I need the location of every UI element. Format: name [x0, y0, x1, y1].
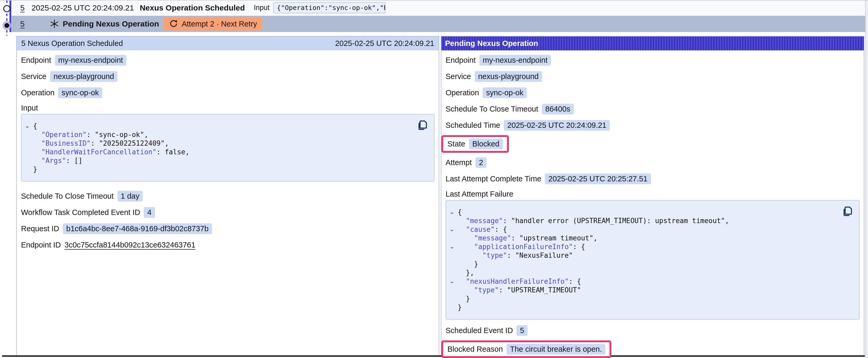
- field-value-endpoint-id[interactable]: 3c0c75ccfa8144b092c13ce632463761: [65, 241, 195, 249]
- event-id-link[interactable]: 5: [20, 3, 25, 12]
- field-row-attempt: Attempt2: [445, 154, 860, 171]
- field-row-state: StateBlocked: [445, 133, 860, 154]
- code-line: "message": "upstream timeout",: [446, 234, 854, 242]
- field-row-schedule-to-close-timeout: Schedule To Close Timeout86400s: [445, 101, 860, 117]
- event-row-pending-nexus-operation[interactable]: 5 Pending Nexus Operation Attempt 2 · Ne…: [11, 16, 865, 32]
- code-line: "HandlerWaitForCancellation": false,: [22, 148, 429, 156]
- json-key: "applicationFailureInfo": [458, 243, 573, 251]
- attempt-retry-badge: Attempt 2 · Next Retry: [164, 17, 262, 30]
- field-value-scheduled-event-id: 5: [517, 325, 528, 336]
- field-label-operation: Operation: [445, 89, 479, 97]
- code-line: },: [446, 268, 854, 277]
- event-marker-open-circle: [4, 5, 10, 12]
- field-label-workflow-task-completed-event-id: Workflow Task Completed Event ID: [21, 208, 140, 217]
- json-text: : []: [66, 157, 83, 165]
- retry-icon: [169, 20, 178, 28]
- field-label-service: Service: [21, 72, 46, 81]
- collapse-caret-icon[interactable]: ⌄: [449, 207, 455, 216]
- json-key: "nexusHandlerFailureInfo": [458, 278, 569, 285]
- code-line: "message": "handler error (UPSTREAM_TIME…: [446, 217, 854, 225]
- json-key: "HandlerWaitForCancellation": [33, 148, 157, 156]
- field-value-attempt: 2: [475, 157, 487, 168]
- code-line: "Args": []: [22, 156, 429, 165]
- json-key: "cause": [458, 225, 495, 233]
- event-title: Nexus Operation Scheduled: [140, 3, 245, 12]
- event-timeline: [0, 1, 16, 37]
- field-label-service: Service: [445, 72, 471, 81]
- code-line: "Operation": "sync-op-ok",: [22, 130, 429, 139]
- field-label-blocked-reason: Blocked Reason: [447, 345, 503, 354]
- field-label-endpoint: Endpoint: [21, 56, 51, 65]
- json-text: : {: [569, 278, 581, 285]
- code-line: "type": "NexusFailure": [446, 251, 854, 260]
- field-row-service: Servicenexus-playground: [445, 68, 860, 85]
- temporal-event-history-screen: 5 2025-02-25 UTC 20:24:09.21 Nexus Opera…: [0, 0, 868, 358]
- code-line: ⌄{: [22, 122, 429, 130]
- input-json-block: ⌄{ "Operation": "sync-op-ok", "BusinessI…: [21, 114, 435, 182]
- field-row-operation: Operationsync-op-ok: [445, 85, 860, 101]
- field-label-endpoint-id: Endpoint ID: [21, 241, 61, 249]
- json-text: : {: [573, 243, 585, 251]
- pending-operation-icon: [50, 19, 59, 29]
- field-row-blocked-reason: Blocked ReasonThe circuit breaker is ope…: [445, 338, 860, 358]
- json-key: "BusinessID": [33, 139, 91, 147]
- field-value-schedule-to-close-timeout: 86400s: [542, 104, 574, 115]
- json-text: : "NexusFailure": [507, 252, 573, 259]
- collapse-caret-icon[interactable]: ⌄: [449, 242, 455, 251]
- bottom-divider: [2, 355, 865, 357]
- field-row-scheduled-time: Scheduled Time2025-02-25 UTC 20:24:09.21: [445, 117, 860, 133]
- scrollbar-track[interactable]: [865, 1, 868, 358]
- field-value-workflow-task-completed-event-id: 4: [144, 207, 155, 218]
- field-label-request-id: Request ID: [21, 224, 59, 233]
- scheduled-panel-time: 2025-02-25 UTC 20:24:09.21: [335, 39, 434, 48]
- field-value-schedule-to-close-timeout: 1 day: [118, 191, 143, 202]
- code-line: ⌄ "cause": {: [446, 225, 854, 234]
- field-label-endpoint: Endpoint: [445, 56, 476, 65]
- field-value-blocked-reason: The circuit breaker is open.: [506, 344, 605, 355]
- field-row-scheduled-event-id: Scheduled Event ID5: [445, 322, 860, 338]
- event-marker-dot: [4, 23, 9, 28]
- json-text: : "UPSTREAM_TIMEOUT": [499, 286, 581, 294]
- json-text: {: [458, 208, 462, 216]
- field-value-state: Blocked: [469, 138, 503, 149]
- field-row-request-id: Request IDb1c6a4bc-8ee7-468a-9169-df3b02…: [21, 221, 435, 237]
- pending-event-title: Pending Nexus Operation: [63, 20, 159, 28]
- field-label-last-attempt-complete-time: Last Attempt Complete Time: [445, 174, 541, 183]
- scheduled-panel-title: 5 Nexus Operation Scheduled: [21, 39, 123, 48]
- code-line: ⌄ "applicationFailureInfo": {: [446, 242, 854, 251]
- json-text: },: [458, 269, 474, 276]
- event-row-nexus-operation-scheduled[interactable]: 5 2025-02-25 UTC 20:24:09.21 Nexus Opera…: [11, 1, 865, 15]
- json-text: : false,: [157, 148, 189, 156]
- json-text: : "handler error (UPSTREAM_TIMEOUT): ups…: [503, 217, 729, 225]
- field-label-attempt: Attempt: [445, 158, 472, 167]
- json-key: "type": [458, 286, 499, 294]
- code-line: "BusinessID": "20250225122409",: [22, 139, 429, 148]
- collapse-caret-icon[interactable]: ⌄: [449, 276, 455, 285]
- json-key: "type": [458, 252, 507, 259]
- event-id-link[interactable]: 5: [20, 20, 25, 28]
- json-key: "Args": [33, 157, 66, 165]
- attempt-badge-label: Attempt 2 · Next Retry: [182, 20, 257, 28]
- json-text: }: [458, 260, 478, 268]
- field-value-last-attempt-complete-time: 2025-02-25 UTC 20:25:27.51: [545, 173, 651, 184]
- field-row-last-attempt-complete-time: Last Attempt Complete Time2025-02-25 UTC…: [445, 171, 860, 187]
- code-line: ⌄ "nexusHandlerFailureInfo": {: [446, 277, 854, 286]
- event-detail-panel-scheduled: 5 Nexus Operation Scheduled 2025-02-25 U…: [16, 36, 439, 355]
- field-row-endpoint-id: Endpoint ID3c0c75ccfa8144b092c13ce632463…: [21, 237, 435, 253]
- field-row-workflow-task-completed-event-id: Workflow Task Completed Event ID4: [21, 204, 435, 221]
- code-line: ⌄{: [446, 208, 854, 217]
- json-text: : "sync-op-ok",: [87, 131, 149, 138]
- field-row-operation: Operationsync-op-ok: [21, 85, 435, 101]
- code-line: }: [446, 260, 854, 268]
- field-value-operation: sync-op-ok: [483, 88, 527, 98]
- annotation-highlight-box: Blocked ReasonThe circuit breaker is ope…: [441, 340, 611, 358]
- json-text: }: [458, 295, 470, 303]
- collapse-caret-icon[interactable]: ⌄: [449, 225, 455, 233]
- input-block-label: Input: [21, 104, 38, 112]
- pending-panel-header: Pending Nexus Operation: [441, 36, 864, 51]
- field-row-schedule-to-close-timeout: Schedule To Close Timeout1 day: [21, 188, 435, 204]
- input-preview-chip: {"Operation":"sync-op-ok","BusinessID":"…: [273, 2, 386, 13]
- field-row-service: Servicenexus-playground: [21, 68, 435, 85]
- collapse-caret-icon[interactable]: ⌄: [25, 121, 30, 130]
- code-line: }: [22, 165, 429, 174]
